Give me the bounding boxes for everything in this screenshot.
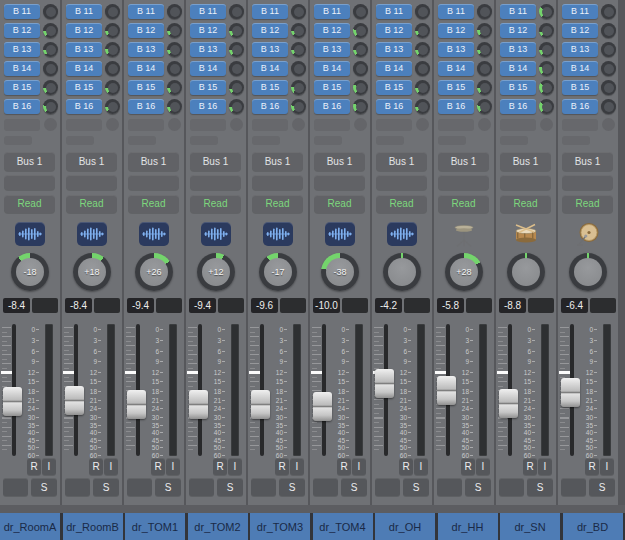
send-bus-button[interactable]: B 12 — [128, 23, 164, 38]
send-bus-button[interactable]: B 11 — [4, 4, 40, 19]
send-level-knob[interactable] — [539, 99, 554, 114]
send-bus-button[interactable]: B 12 — [376, 23, 412, 38]
output-slot[interactable]: Bus 1 — [128, 152, 179, 171]
send-level-knob[interactable] — [601, 42, 616, 57]
input-monitor-button[interactable]: I — [538, 458, 552, 475]
send-bus-button[interactable]: B 11 — [562, 4, 598, 19]
track-icon[interactable] — [248, 221, 308, 247]
send-bus-button[interactable]: B 13 — [4, 42, 40, 57]
fader-cap[interactable] — [437, 376, 456, 405]
group-slot[interactable] — [500, 175, 551, 190]
pan-knob[interactable]: +26 — [135, 253, 173, 291]
send-level-knob[interactable] — [415, 23, 430, 38]
send-level-knob[interactable] — [43, 42, 58, 57]
send-bus-button[interactable]: B 13 — [562, 42, 598, 57]
mute-button[interactable] — [3, 478, 28, 496]
automation-mode-slot[interactable]: Read — [252, 195, 303, 213]
output-slot[interactable]: Bus 1 — [438, 152, 489, 171]
send-level-knob[interactable] — [167, 61, 182, 76]
send-level-knob[interactable] — [477, 80, 492, 95]
input-monitor-button[interactable]: I — [228, 458, 242, 475]
send-bus-button[interactable]: B 16 — [66, 99, 102, 114]
send-bus-button[interactable]: B 16 — [314, 99, 350, 114]
track-name[interactable]: dr_SN — [500, 513, 560, 540]
mute-button[interactable] — [499, 478, 524, 496]
solo-button[interactable]: S — [93, 478, 119, 496]
send-bus-button[interactable]: B 11 — [438, 4, 474, 19]
solo-button[interactable]: S — [279, 478, 305, 496]
pan-knob[interactable]: +12 — [197, 253, 235, 291]
send-bus-button[interactable]: B 14 — [500, 61, 536, 76]
send-level-knob[interactable] — [291, 61, 306, 76]
volume-value-display[interactable]: -8.4 — [3, 298, 30, 313]
volume-value-display[interactable]: -8.8 — [499, 298, 526, 313]
empty-slot[interactable] — [376, 136, 404, 145]
send-level-knob[interactable] — [415, 4, 430, 19]
automation-mode-slot[interactable]: Read — [190, 195, 241, 213]
send-level-knob[interactable] — [291, 80, 306, 95]
send-level-knob[interactable] — [105, 99, 120, 114]
send-level-knob[interactable] — [353, 80, 368, 95]
output-slot[interactable]: Bus 1 — [190, 152, 241, 171]
track-icon[interactable] — [558, 221, 618, 247]
fader-cap[interactable] — [65, 386, 84, 415]
send-level-knob[interactable] — [601, 4, 616, 19]
track-icon[interactable] — [434, 221, 494, 247]
send-level-knob[interactable] — [353, 99, 368, 114]
send-bus-button[interactable]: B 16 — [562, 99, 598, 114]
send-level-knob[interactable] — [477, 99, 492, 114]
empty-slot[interactable] — [252, 136, 280, 145]
send-bus-button[interactable]: B 11 — [190, 4, 226, 19]
output-slot[interactable]: Bus 1 — [314, 152, 365, 171]
send-bus-button[interactable]: B 14 — [438, 61, 474, 76]
send-level-knob[interactable] — [415, 80, 430, 95]
track-name[interactable]: dr_TOM4 — [313, 513, 373, 540]
volume-value-display[interactable]: -4.2 — [375, 298, 402, 313]
empty-send-slot[interactable] — [438, 118, 494, 131]
volume-value-display[interactable]: -9.4 — [127, 298, 154, 313]
input-monitor-button[interactable]: I — [352, 458, 366, 475]
empty-send-slot[interactable] — [128, 118, 184, 131]
empty-send-slot[interactable] — [4, 118, 60, 131]
fader-track[interactable] — [322, 324, 326, 456]
send-level-knob[interactable] — [167, 42, 182, 57]
send-level-knob[interactable] — [229, 4, 244, 19]
group-slot[interactable] — [376, 175, 427, 190]
send-bus-button[interactable]: B 15 — [438, 80, 474, 95]
send-bus-button[interactable]: B 12 — [314, 23, 350, 38]
send-bus-button[interactable]: B 15 — [500, 80, 536, 95]
empty-slot[interactable] — [128, 136, 156, 145]
volume-value-display[interactable]: -10.0 — [313, 298, 340, 313]
send-bus-button[interactable]: B 15 — [314, 80, 350, 95]
mute-button[interactable] — [127, 478, 152, 496]
automation-mode-slot[interactable]: Read — [66, 195, 117, 213]
pan-knob[interactable]: +18 — [73, 253, 111, 291]
fader-cap[interactable] — [251, 390, 270, 419]
track-name[interactable]: dr_BD — [563, 513, 623, 540]
send-level-knob[interactable] — [477, 61, 492, 76]
send-level-knob[interactable] — [601, 23, 616, 38]
send-level-knob[interactable] — [291, 4, 306, 19]
empty-slot[interactable] — [4, 136, 32, 145]
send-bus-button[interactable]: B 12 — [190, 23, 226, 38]
send-bus-button[interactable]: B 11 — [376, 4, 412, 19]
empty-slot[interactable] — [190, 136, 218, 145]
send-bus-button[interactable]: B 13 — [252, 42, 288, 57]
send-bus-button[interactable]: B 14 — [4, 61, 40, 76]
empty-slot[interactable] — [66, 136, 94, 145]
track-icon[interactable] — [186, 221, 246, 247]
track-icon[interactable] — [372, 221, 432, 247]
automation-mode-slot[interactable]: Read — [500, 195, 551, 213]
send-bus-button[interactable]: B 15 — [128, 80, 164, 95]
record-enable-button[interactable]: R — [89, 458, 103, 475]
record-enable-button[interactable]: R — [151, 458, 165, 475]
send-bus-button[interactable]: B 12 — [4, 23, 40, 38]
send-level-knob[interactable] — [229, 80, 244, 95]
empty-send-slot[interactable] — [252, 118, 308, 131]
mute-button[interactable] — [375, 478, 400, 496]
send-bus-button[interactable]: B 15 — [4, 80, 40, 95]
pan-knob[interactable] — [569, 253, 607, 291]
output-slot[interactable]: Bus 1 — [500, 152, 551, 171]
solo-button[interactable]: S — [465, 478, 491, 496]
track-icon[interactable] — [310, 221, 370, 247]
